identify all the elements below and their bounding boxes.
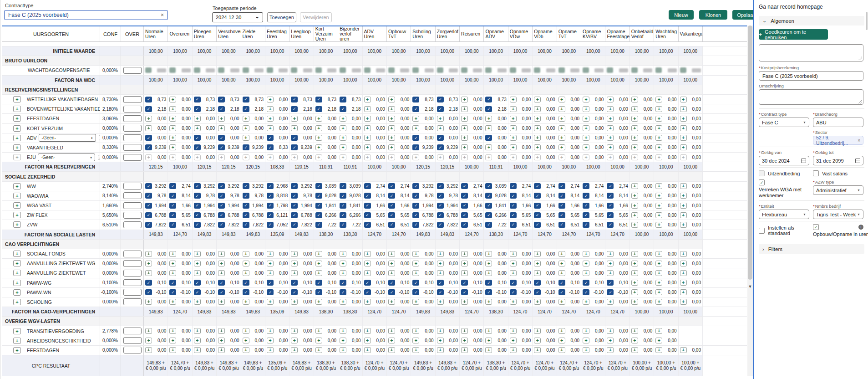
cell-add-button[interactable]: + (194, 251, 201, 257)
cell-add-button[interactable]: + (631, 280, 638, 286)
vertical-scrollbar[interactable]: ▼ (747, 26, 753, 376)
expand-button[interactable]: + (13, 260, 21, 266)
cell-checkbox[interactable]: ✓ (583, 289, 589, 295)
cell-add-button[interactable]: + (169, 251, 176, 257)
cell-add-button[interactable]: + (315, 261, 322, 266)
brancheorg-input[interactable]: ABU (813, 118, 863, 127)
cell-checkbox[interactable]: ✓ (169, 183, 176, 189)
cell-add-button[interactable]: + (485, 251, 492, 257)
cell-checkbox[interactable]: ✓ (364, 222, 371, 228)
cell-checkbox[interactable]: ✓ (510, 222, 517, 228)
expand-button[interactable]: + (13, 328, 21, 334)
cell-checkbox[interactable]: ✓ (437, 222, 444, 228)
cell-add-button[interactable]: + (607, 328, 614, 334)
cell-add-button[interactable]: + (461, 261, 468, 266)
calendar-icon[interactable] (801, 159, 806, 163)
cell-checkbox[interactable]: ✓ (485, 97, 492, 102)
cell-checkbox[interactable]: ✓ (558, 280, 565, 286)
cell-add-button[interactable]: + (607, 135, 614, 141)
cell-add-button[interactable]: + (218, 116, 225, 122)
cell-checkbox[interactable]: ✓ (267, 193, 274, 199)
cell-checkbox[interactable]: ✓ (461, 183, 468, 189)
cell-checkbox[interactable]: ✓ (291, 203, 298, 209)
cell-checkbox[interactable]: ✓ (485, 280, 492, 286)
cell-add-button[interactable]: + (388, 270, 395, 276)
cell-checkbox[interactable]: ✓ (485, 135, 492, 141)
cell-add-button[interactable]: + (607, 125, 614, 131)
cell-add-button[interactable]: + (340, 135, 346, 141)
expand-button[interactable]: + (13, 154, 21, 160)
cell-add-button[interactable]: + (510, 251, 517, 257)
cell-checkbox[interactable]: ✓ (364, 183, 371, 189)
cell-add-button[interactable]: + (340, 261, 346, 266)
cell-checkbox[interactable]: ✓ (558, 222, 565, 228)
cell-add-button[interactable]: + (145, 338, 152, 343)
cell-add-button[interactable]: + (510, 270, 517, 276)
cell-checkbox[interactable]: ✓ (388, 203, 395, 209)
over-input[interactable] (123, 183, 142, 190)
cell-checkbox[interactable]: ✓ (291, 193, 298, 199)
geen-dropdown[interactable]: -Geen-♦ (38, 154, 95, 161)
cell-checkbox[interactable]: ✓ (145, 144, 152, 150)
cell-checkbox[interactable]: ✓ (243, 222, 249, 228)
cell-add-button[interactable]: + (340, 328, 346, 334)
cell-checkbox[interactable]: ✓ (437, 203, 444, 209)
cell-add-button[interactable]: + (412, 347, 419, 353)
cell-add-button[interactable]: + (655, 135, 662, 141)
cell-add-button[interactable]: + (655, 261, 662, 266)
cell-checkbox[interactable]: ✓ (243, 280, 249, 286)
cell-checkbox[interactable]: ✓ (145, 203, 152, 209)
cell-add-button[interactable]: + (315, 125, 322, 131)
cell-add-button[interactable]: + (534, 299, 541, 305)
remove-chip-icon[interactable]: × (858, 138, 860, 143)
cell-add-button[interactable]: + (655, 347, 662, 353)
resize-handle[interactable] (858, 100, 862, 103)
cell-add-button[interactable]: + (291, 116, 298, 122)
cell-checkbox[interactable]: ✓ (558, 183, 565, 189)
cell-add-button[interactable]: + (340, 144, 346, 150)
cell-add-button[interactable]: + (631, 212, 638, 218)
cell-add-button[interactable]: + (485, 116, 492, 122)
verwijderen-button[interactable]: Verwijderen (300, 12, 332, 22)
cell-add-button[interactable]: + (558, 251, 565, 257)
cell-add-button[interactable]: + (388, 106, 395, 112)
cell-add-button[interactable]: + (558, 144, 565, 150)
cell-add-button[interactable]: + (437, 251, 444, 257)
cell-add-button[interactable]: + (680, 270, 687, 276)
cell-add-button[interactable]: + (680, 116, 687, 122)
cell-add-button[interactable]: + (655, 193, 662, 199)
cell-add-button[interactable]: + (485, 125, 492, 131)
cell-add-button[interactable]: + (364, 125, 371, 131)
cell-add-button[interactable]: + (680, 97, 687, 102)
cell-checkbox[interactable]: ✓ (461, 212, 468, 218)
cell-add-button[interactable]: + (315, 251, 322, 257)
contracttype-combobox[interactable]: Fase C (2025 voorbeeld) × (4, 10, 168, 20)
cell-add-button[interactable]: + (145, 328, 152, 334)
expand-button[interactable]: + (13, 125, 21, 132)
cell-checkbox[interactable]: ✓ (485, 106, 492, 112)
cell-checkbox[interactable]: ✓ (291, 183, 298, 189)
cell-add-button[interactable]: + (461, 338, 468, 343)
cell-add-button[interactable]: + (461, 125, 468, 131)
cell-checkbox[interactable]: ✓ (145, 222, 152, 228)
expand-button[interactable]: + (13, 96, 21, 102)
cell-add-button[interactable]: + (558, 328, 565, 334)
cell-add-button[interactable]: + (364, 270, 371, 276)
cell-add-button[interactable]: + (558, 270, 565, 276)
cell-checkbox[interactable]: ✓ (194, 135, 201, 141)
cell-add-button[interactable]: + (607, 144, 614, 150)
over-input[interactable] (123, 67, 142, 74)
periode-select[interactable]: 2024-12-30 ⌄ (212, 12, 263, 22)
cell-checkbox[interactable]: ✓ (218, 183, 225, 189)
cell-add-button[interactable]: + (485, 299, 492, 305)
cell-checkbox[interactable]: ✓ (315, 289, 322, 295)
cell-add-button[interactable]: + (558, 347, 565, 353)
cell-checkbox[interactable]: ✓ (340, 280, 346, 286)
cell-checkbox[interactable]: ✓ (315, 222, 322, 228)
cell-add-button[interactable]: + (388, 261, 395, 266)
expand-button[interactable]: + (13, 135, 21, 141)
cell-add-button[interactable]: + (412, 251, 419, 257)
cell-add-button[interactable]: + (583, 116, 589, 122)
instellen-als-standaard-checkbox[interactable] (759, 228, 765, 234)
cell-add-button[interactable]: + (340, 338, 346, 343)
